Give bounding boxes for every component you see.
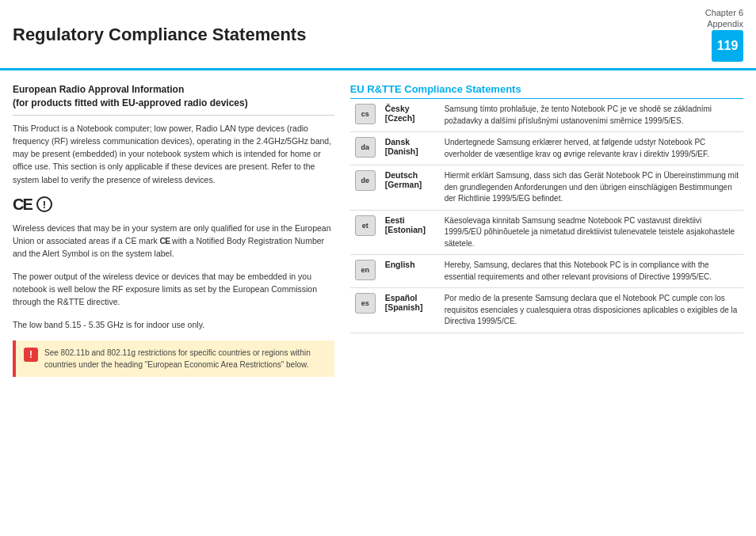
chapter-info: Chapter 6 Appendix 119 <box>705 8 743 62</box>
alert-text: See 802.11b and 802.11g restrictions for… <box>44 347 326 371</box>
lang-icon: da <box>355 137 376 158</box>
lang-icon-cell: et <box>350 210 380 255</box>
lang-icon: cs <box>355 104 376 124</box>
info-circle-icon: ! <box>36 196 52 212</box>
lang-icon: de <box>355 170 376 191</box>
lang-text: Undertegnede Samsung erklærer herved, at… <box>440 132 743 165</box>
chapter-label: Chapter 6 <box>705 8 743 17</box>
body-paragraph-4: The low band 5.15 - 5.35 GHz is for indo… <box>13 318 334 331</box>
body-paragraph-1: This Product is a Notebook computer; low… <box>13 122 334 186</box>
page-number: 119 <box>712 30 743 62</box>
page-container: Regulatory Compliance Statements Chapter… <box>0 0 756 536</box>
table-row: deDeutsch[German]Hiermit erklärt Samsung… <box>350 165 743 211</box>
table-row: csČesky[Czech]Samsung tímto prohlašuje, … <box>350 99 743 132</box>
inline-ce-mark: CE <box>160 236 170 245</box>
lang-icon: es <box>355 293 376 314</box>
heading-line2: (for products fitted with EU-approved ra… <box>13 97 248 108</box>
heading-line1: European Radio Approval Information <box>13 84 184 95</box>
alert-box: ! See 802.11b and 802.11g restrictions f… <box>13 340 334 377</box>
lang-name: English <box>380 255 440 288</box>
table-row: enEnglishHereby, Samsung, declares that … <box>350 255 743 288</box>
lang-name: Dansk[Danish] <box>380 132 440 165</box>
lang-name: Česky[Czech] <box>380 99 440 132</box>
lang-icon-cell: cs <box>350 99 380 132</box>
left-column: European Radio Approval Information (for… <box>13 83 334 523</box>
lang-name: Eesti[Estonian] <box>380 210 440 255</box>
lang-icon-cell: en <box>350 255 380 288</box>
main-content: European Radio Approval Information (for… <box>0 70 756 536</box>
lang-name: Deutsch[German] <box>380 165 440 211</box>
appendix-label: Appendix <box>707 19 743 29</box>
body-paragraph-3: The power output of the wireless device … <box>13 270 334 309</box>
lang-text: Por medio de la presente Samsung declara… <box>440 288 743 333</box>
ce-mark-symbol: CE <box>13 196 32 214</box>
right-column: EU R&TTE Compliance Statements csČesky[C… <box>350 83 743 523</box>
lang-icon: et <box>355 215 376 236</box>
lang-text: Hiermit erklärt Samsung, dass sich das G… <box>440 165 743 211</box>
lang-text: Hereby, Samsung, declares that this Note… <box>440 255 743 288</box>
lang-icon: en <box>355 260 376 280</box>
ce-symbols-row: CE ! <box>13 196 334 214</box>
lang-text: Samsung tímto prohlašuje, že tento Noteb… <box>440 99 743 132</box>
eu-section-heading: EU R&TTE Compliance Statements <box>350 83 743 99</box>
alert-icon: ! <box>24 348 38 362</box>
page-header: Regulatory Compliance Statements Chapter… <box>0 0 756 70</box>
body-paragraph-2: Wireless devices that may be in your sys… <box>13 222 334 260</box>
lang-icon-cell: da <box>350 132 380 165</box>
section-heading: European Radio Approval Information (for… <box>13 83 334 116</box>
compliance-table: csČesky[Czech]Samsung tímto prohlašuje, … <box>350 99 743 333</box>
lang-icon-cell: de <box>350 165 380 211</box>
table-row: daDansk[Danish]Undertegnede Samsung erkl… <box>350 132 743 165</box>
lang-icon-cell: es <box>350 288 380 333</box>
lang-name: Español[Spanish] <box>380 288 440 333</box>
page-title: Regulatory Compliance Statements <box>13 8 705 62</box>
lang-text: Käesolevaga kinnitab Samsung seadme Note… <box>440 210 743 255</box>
table-row: esEspañol[Spanish]Por medio de la presen… <box>350 288 743 333</box>
table-row: etEesti[Estonian]Käesolevaga kinnitab Sa… <box>350 210 743 255</box>
title-text: Regulatory Compliance Statements <box>13 25 306 45</box>
